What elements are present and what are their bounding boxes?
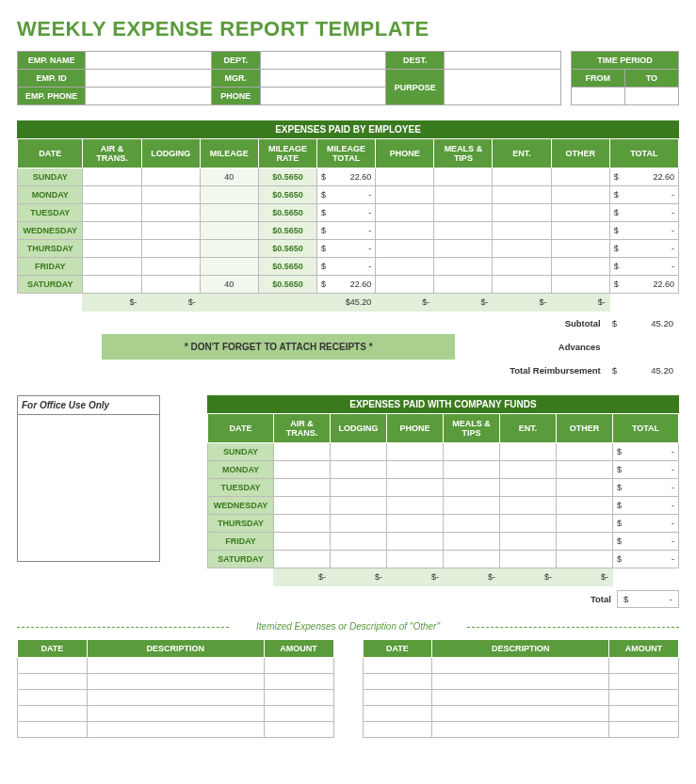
itemized-row[interactable] [363,706,679,722]
lodging-cell[interactable] [331,515,387,533]
air-cell[interactable] [274,497,331,515]
itemized-row[interactable] [18,658,334,674]
meals-cell[interactable] [444,461,500,479]
mileage-cell[interactable]: 40 [200,168,258,186]
itemized-row[interactable] [18,722,334,738]
mileage-cell[interactable]: 40 [200,276,258,294]
meals-cell[interactable] [444,551,500,568]
meals-cell[interactable] [434,204,493,222]
ent-cell[interactable] [493,186,551,204]
lodging-cell[interactable] [141,168,200,186]
lodging-cell[interactable] [141,258,200,276]
dest-input[interactable] [445,52,560,70]
mileage-cell[interactable] [200,258,258,276]
phone-cell[interactable] [387,515,444,533]
ent-cell[interactable] [500,479,557,497]
phone-cell[interactable] [387,443,444,461]
lodging-cell[interactable] [331,479,387,497]
meals-cell[interactable] [444,533,500,551]
phone-cell[interactable] [387,551,444,568]
emp-phone-input[interactable] [86,88,211,105]
other-cell[interactable] [557,533,613,551]
phone-cell[interactable] [376,168,434,186]
meals-cell[interactable] [444,443,500,461]
meals-cell[interactable] [434,276,493,294]
mgr-input[interactable] [260,70,385,88]
emp-name-input[interactable] [86,52,211,70]
other-cell[interactable] [551,276,609,294]
lodging-cell[interactable] [331,497,387,515]
other-cell[interactable] [557,515,613,533]
lodging-cell[interactable] [331,551,387,568]
ent-cell[interactable] [500,515,557,533]
phone-cell[interactable] [376,276,434,294]
lodging-cell[interactable] [141,186,200,204]
other-cell[interactable] [551,204,609,222]
phone-cell[interactable] [376,222,434,240]
advances-value[interactable] [607,331,679,362]
purpose-input[interactable] [445,70,560,105]
to-input[interactable] [624,88,678,105]
lodging-cell[interactable] [331,533,387,551]
meals-cell[interactable] [444,515,500,533]
itemized-row[interactable] [363,658,679,674]
emp-id-input[interactable] [86,70,211,88]
dept-input[interactable] [260,52,385,70]
other-cell[interactable] [557,551,613,568]
phone-cell[interactable] [387,497,444,515]
itemized-row[interactable] [363,690,679,706]
other-cell[interactable] [557,479,613,497]
meals-cell[interactable] [444,497,500,515]
lodging-cell[interactable] [141,276,200,294]
ent-cell[interactable] [500,533,557,551]
itemized-row[interactable] [18,690,334,706]
lodging-cell[interactable] [141,204,200,222]
phone-cell[interactable] [376,186,434,204]
air-cell[interactable] [274,443,331,461]
itemized-row[interactable] [18,706,334,722]
meals-cell[interactable] [434,240,493,258]
air-cell[interactable] [274,479,331,497]
ent-cell[interactable] [500,551,557,568]
mileage-cell[interactable] [200,204,258,222]
lodging-cell[interactable] [331,461,387,479]
air-cell[interactable] [274,551,331,568]
air-cell[interactable] [83,258,141,276]
phone-cell[interactable] [376,240,434,258]
phone-cell[interactable] [376,204,434,222]
air-cell[interactable] [83,168,141,186]
ent-cell[interactable] [493,222,551,240]
ent-cell[interactable] [500,443,557,461]
ent-cell[interactable] [493,258,551,276]
air-cell[interactable] [83,222,141,240]
air-cell[interactable] [274,533,331,551]
other-cell[interactable] [551,258,609,276]
ent-cell[interactable] [493,276,551,294]
air-cell[interactable] [274,461,331,479]
itemized-row[interactable] [18,674,334,690]
ent-cell[interactable] [493,240,551,258]
air-cell[interactable] [83,186,141,204]
phone-cell[interactable] [376,258,434,276]
ent-cell[interactable] [500,497,557,515]
phone-cell[interactable] [387,479,444,497]
air-cell[interactable] [83,204,141,222]
ent-cell[interactable] [500,461,557,479]
phone-cell[interactable] [387,461,444,479]
meals-cell[interactable] [434,186,493,204]
phone-input[interactable] [260,88,385,105]
lodging-cell[interactable] [141,240,200,258]
meals-cell[interactable] [444,479,500,497]
itemized-row[interactable] [363,674,679,690]
phone-cell[interactable] [387,533,444,551]
air-cell[interactable] [274,515,331,533]
mileage-cell[interactable] [200,222,258,240]
lodging-cell[interactable] [331,443,387,461]
other-cell[interactable] [557,497,613,515]
mileage-cell[interactable] [200,186,258,204]
lodging-cell[interactable] [141,222,200,240]
other-cell[interactable] [551,168,609,186]
other-cell[interactable] [551,240,609,258]
from-input[interactable] [571,88,624,105]
ent-cell[interactable] [493,168,551,186]
